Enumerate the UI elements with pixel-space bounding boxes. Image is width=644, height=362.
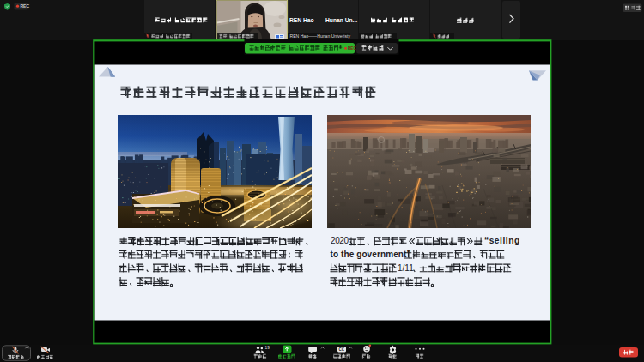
svg-text:REN Hao——Hunan Un...: REN Hao——Hunan Un...	[289, 17, 357, 23]
svg-text:CC: CC	[339, 347, 345, 352]
svg-text:“selling: “selling	[484, 236, 520, 245]
svg-text:REC: REC	[348, 46, 356, 51]
svg-text:REN Hao——Hunan Univeristy: REN Hao——Hunan Univeristy	[290, 33, 351, 39]
svg-text:REC: REC	[21, 3, 30, 9]
svg-text:19: 19	[265, 346, 270, 350]
svg-text:2020: 2020	[331, 236, 349, 245]
svg-text:to the government”: to the government”	[331, 250, 411, 259]
svg-text:1/11: 1/11	[398, 263, 414, 273]
